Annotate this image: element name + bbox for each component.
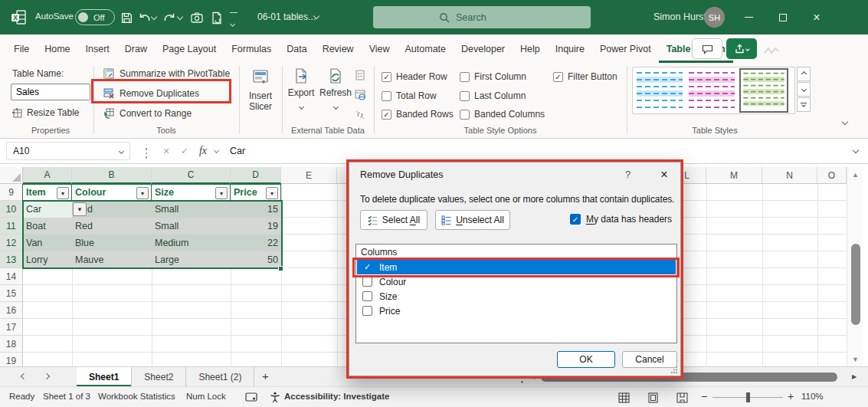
option-filter-button[interactable]: ✓Filter Button xyxy=(553,71,617,83)
cell-D10[interactable]: 15 xyxy=(231,201,281,218)
gallery-scroll-up-button[interactable] xyxy=(797,67,811,81)
ribbon-tab-file[interactable]: File xyxy=(6,34,37,63)
option-first-column[interactable]: First Column xyxy=(460,71,526,83)
dialog-resize-grip[interactable] xyxy=(671,366,678,373)
column-header-a[interactable]: A xyxy=(23,167,72,184)
ribbon-tab-data[interactable]: Data xyxy=(279,34,314,63)
column-header-d[interactable]: D xyxy=(231,167,281,184)
unlink-icon[interactable] xyxy=(354,109,366,121)
vertical-scroll-thumb[interactable] xyxy=(851,244,860,325)
hscroll-right-icon[interactable]: ▶ xyxy=(852,373,857,380)
cell-C13[interactable]: Large xyxy=(152,251,231,268)
row-header-11[interactable]: 11 xyxy=(0,218,23,235)
save-button[interactable] xyxy=(116,8,136,28)
collapse-ribbon-icon[interactable] xyxy=(842,119,848,125)
ribbon-tab-formulas[interactable]: Formulas xyxy=(224,34,279,63)
my-data-has-headers-checkbox[interactable]: ✓ My data has headers xyxy=(570,214,672,225)
cell-A11[interactable]: Boat xyxy=(23,218,72,235)
share-button[interactable] xyxy=(726,38,757,59)
close-button[interactable]: × xyxy=(800,0,834,34)
cell-D13[interactable]: 50 xyxy=(231,251,281,268)
cell-C10[interactable]: Small xyxy=(152,201,231,218)
column-header-n[interactable]: N xyxy=(762,167,817,184)
column-header-c[interactable]: C xyxy=(152,167,231,184)
cell-A12[interactable]: Van xyxy=(23,235,72,251)
table-header-size[interactable]: Size▾ xyxy=(151,184,231,201)
zoom-out-button[interactable]: − xyxy=(701,390,707,402)
ribbon-tab-inquire[interactable]: Inquire xyxy=(548,34,592,63)
comments-button[interactable] xyxy=(692,38,722,59)
cancel-entry-button[interactable]: × xyxy=(158,143,175,159)
cell-C12[interactable]: Medium xyxy=(152,235,231,251)
cell-C11[interactable]: Small xyxy=(152,218,231,235)
export-workbook-button[interactable] xyxy=(207,8,227,28)
cell-B11[interactable]: Red xyxy=(72,218,152,235)
row-header-19[interactable]: 19 xyxy=(0,353,23,366)
table-header-item[interactable]: Item▾ xyxy=(22,184,72,201)
ok-button[interactable]: OK xyxy=(557,351,615,368)
ribbon-tab-view[interactable]: View xyxy=(362,34,398,63)
ribbon-tab-help[interactable]: Help xyxy=(513,34,548,63)
select-all-corner[interactable] xyxy=(0,167,23,184)
ribbon-tab-review[interactable]: Review xyxy=(315,34,362,63)
option-header-row[interactable]: ✓Header Row xyxy=(382,71,447,83)
table-style-swatch-blue[interactable] xyxy=(635,70,684,111)
table-style-swatch-pink[interactable] xyxy=(687,70,736,111)
qat-overflow-icon[interactable] xyxy=(230,12,237,29)
autosave-toggle[interactable]: Off xyxy=(75,9,115,25)
dialog-column-colour[interactable]: Colour xyxy=(357,274,676,289)
cell-B12[interactable]: Blue xyxy=(72,235,152,251)
option-total-row[interactable]: Total Row xyxy=(382,90,437,102)
cell-A10[interactable]: Car xyxy=(23,201,72,218)
dialog-close-button[interactable]: × xyxy=(653,166,676,184)
cancel-button[interactable]: Cancel xyxy=(622,351,677,368)
insert-function-button[interactable]: fx xyxy=(195,143,211,159)
normal-view-button[interactable] xyxy=(617,391,631,404)
prev-sheet-button[interactable] xyxy=(21,373,27,379)
avatar[interactable]: SH xyxy=(704,7,725,28)
gallery-more-button[interactable] xyxy=(797,97,811,112)
insert-slicer-button[interactable]: Insert Slicer xyxy=(241,67,280,112)
table-header-price[interactable]: Price▾ xyxy=(230,184,281,201)
export-button[interactable]: Export xyxy=(285,67,317,112)
minimize-button[interactable] xyxy=(732,0,765,34)
refresh-button[interactable]: Refresh xyxy=(319,67,352,112)
row-header-16[interactable]: 16 xyxy=(0,302,23,319)
resize-table-button[interactable]: Resize Table xyxy=(11,107,79,119)
table-style-swatch-green-selected[interactable] xyxy=(739,68,788,113)
column-header-e[interactable]: E xyxy=(281,167,337,184)
cell-A13[interactable]: Lorry xyxy=(23,251,72,268)
unselect-all-button[interactable]: Unselect All xyxy=(435,210,510,230)
ribbon-tab-power-pivot[interactable]: Power Pivot xyxy=(592,34,659,63)
expand-formula-bar-icon[interactable] xyxy=(853,147,859,153)
status-workbook-statistics[interactable]: Workbook Statistics xyxy=(98,392,175,401)
user-name[interactable]: Simon Hurst xyxy=(653,11,706,22)
row-header-10[interactable]: 10 xyxy=(0,201,23,218)
workbook-filename[interactable]: 06-01 tables... xyxy=(257,11,316,22)
summarize-pivottable-button[interactable]: Summarize with PivotTable xyxy=(103,67,230,80)
scroll-down-icon[interactable]: ▼ xyxy=(852,356,859,363)
cell-D11[interactable]: 19 xyxy=(231,218,281,235)
ribbon-tab-home[interactable]: Home xyxy=(37,34,77,63)
filter-button-item[interactable]: ▾ xyxy=(57,187,69,199)
dialog-column-item[interactable]: ✓Item xyxy=(357,260,676,274)
table-header-colour[interactable]: Colour▾ xyxy=(71,184,152,201)
column-header-m[interactable]: M xyxy=(706,167,762,184)
row-header-18[interactable]: 18 xyxy=(0,336,23,353)
sheet-tab-sheet1[interactable]: Sheet1 xyxy=(77,367,132,387)
ribbon-tab-page-layout[interactable]: Page Layout xyxy=(155,34,224,63)
zoom-slider-thumb[interactable] xyxy=(746,392,750,402)
next-sheet-button[interactable] xyxy=(44,373,50,379)
display-settings-icon[interactable] xyxy=(245,392,257,402)
open-in-browser-icon[interactable] xyxy=(354,89,366,101)
cell-B13[interactable]: Mauve xyxy=(72,251,152,268)
table-properties-icon[interactable] xyxy=(354,69,366,81)
row-header-9[interactable]: 9 xyxy=(0,184,23,201)
fill-handle[interactable] xyxy=(278,266,283,271)
option-banded-columns[interactable]: Banded Columns xyxy=(460,108,545,120)
vertical-scrollbar[interactable]: ▲ ▼ xyxy=(847,167,863,366)
option-banded-rows[interactable]: ✓Banded Rows xyxy=(382,108,454,120)
page-layout-view-button[interactable] xyxy=(647,391,660,404)
enter-entry-button[interactable]: ✓ xyxy=(176,143,193,159)
dialog-help-button[interactable]: ? xyxy=(625,169,631,180)
